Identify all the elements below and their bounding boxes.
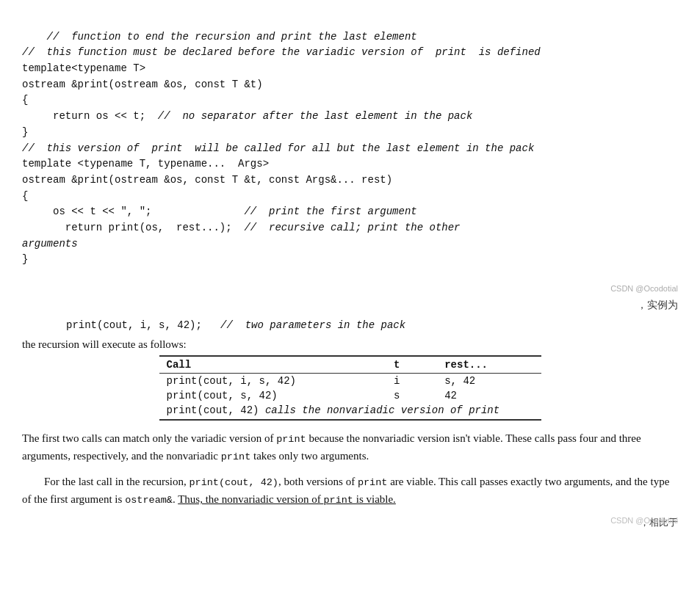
bottom-label: ，相比于 [22,516,678,529]
rest-cell-1: s, 42 [437,373,541,388]
table-row: print(cout, i, s, 42) i s, 42 [159,373,541,388]
col-header-call: Call [159,356,386,374]
print-example: print(cout, i, s, 42); // // two paramet… [66,319,678,331]
inline-code-print-call: print(cout, 42) [189,477,278,488]
t-cell-2: s [386,388,437,403]
call-table: Call t rest... print(cout, i, s, 42) i s… [159,355,541,421]
recursion-intro: the recursion will execute as follows: [22,338,678,351]
paragraph-1: The first two calls can match only the v… [22,429,678,465]
inline-code-ostream: ostream& [125,495,173,506]
inline-code-print-2: print [221,451,251,462]
watermark-2: CSDN @Ocodotial [610,516,678,525]
table-row: print(cout, 42) calls the nonvariadic ve… [159,403,541,420]
table-row: print(cout, s, 42) s 42 [159,388,541,403]
paragraph-2: For the last call in the recursion, prin… [22,473,678,509]
t-cell-1: i [386,373,437,388]
inline-code-print-4: print [323,495,353,506]
call-cell-1: print(cout, i, s, 42) [159,373,386,388]
code-line-1: // function to end the recursion and pri… [22,31,541,266]
rest-cell-2: 42 [437,388,541,403]
code-block: // function to end the recursion and pri… [22,13,678,284]
print-example-code: print(cout, i, s, 42); [66,319,202,331]
inline-code-print-3: print [358,477,388,488]
example-label: ，实例为 [22,299,678,312]
watermark-1: CSDN @Ocodotial [610,284,678,293]
call-cell-2: print(cout, s, 42) [159,388,386,403]
col-header-t: t [386,356,437,374]
page-content: // function to end the recursion and pri… [0,0,700,542]
inline-code-print-1: print [276,434,306,445]
call-cell-3: print(cout, 42) calls the nonvariadic ve… [159,403,541,420]
col-header-rest: rest... [437,356,541,374]
underlined-sentence: Thus, the nonvariadic version of print i… [178,493,396,505]
watermark-section-1: CSDN @Ocodotial [22,284,678,297]
